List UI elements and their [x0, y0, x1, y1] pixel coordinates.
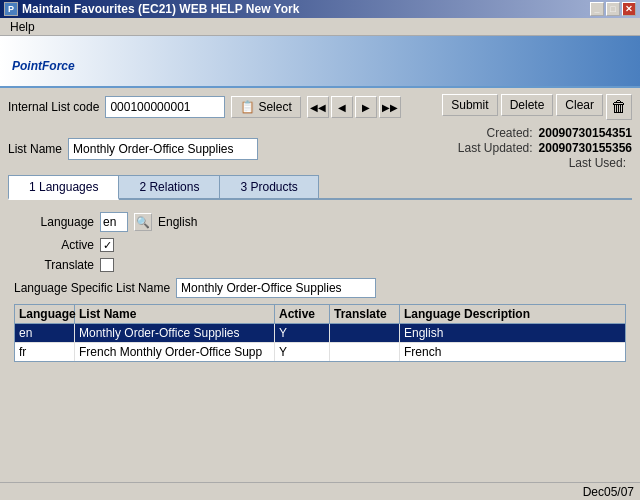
trash-button[interactable]: 🗑	[606, 94, 632, 120]
col-listname-header: List Name	[75, 305, 275, 323]
language-field-label: Language	[14, 215, 94, 229]
created-value: 20090730154351	[539, 126, 632, 140]
table-row[interactable]: en Monthly Order-Office Supplies Y Engli…	[15, 324, 625, 343]
logo: PointForce	[12, 45, 75, 77]
lang-specific-list-name-input[interactable]	[176, 278, 376, 298]
action-buttons: Submit Delete Clear 🗑	[442, 94, 632, 120]
logo-point: Point	[12, 59, 42, 73]
cell-list-name: French Monthly Order-Office Supp	[75, 343, 275, 361]
grid-header: Language List Name Active Translate Lang…	[15, 305, 625, 324]
language-code-input[interactable]	[100, 212, 128, 232]
nav-first-button[interactable]: ◀◀	[307, 96, 329, 118]
language-row: Language 🔍 English	[14, 212, 626, 232]
list-name-label: List Name	[8, 142, 62, 156]
select-label: Select	[258, 100, 291, 114]
title-bar-text: Maintain Favourites (EC21) WEB HELP New …	[22, 2, 299, 16]
cell-description: French	[400, 343, 625, 361]
last-updated-label: Last Updated:	[458, 141, 533, 155]
tab-products[interactable]: 3 Products	[219, 175, 318, 198]
translate-checkbox[interactable]	[100, 258, 114, 272]
languages-tab-content: Language 🔍 English Active Translate Lang…	[8, 208, 632, 366]
nav-next-button[interactable]: ▶	[355, 96, 377, 118]
select-button[interactable]: 📋 Select	[231, 96, 300, 118]
nav-last-button[interactable]: ▶▶	[379, 96, 401, 118]
window-controls: _ □ ✕	[590, 2, 636, 16]
list-name-input[interactable]	[68, 138, 258, 160]
active-row: Active	[14, 238, 626, 252]
last-used-label: Last Used:	[569, 156, 626, 170]
lang-specific-label: Language Specific List Name	[14, 281, 170, 295]
cell-active: Y	[275, 324, 330, 342]
cell-language: fr	[15, 343, 75, 361]
nav-buttons: ◀◀ ◀ ▶ ▶▶	[307, 96, 401, 118]
internal-list-code-input[interactable]	[105, 96, 225, 118]
cell-language: en	[15, 324, 75, 342]
cell-translate	[330, 343, 400, 361]
lang-specific-row: Language Specific List Name	[14, 278, 626, 298]
created-info: Created: 20090730154351 Last Updated: 20…	[458, 126, 632, 171]
created-label: Created:	[487, 126, 533, 140]
main-content: Internal List code 📋 Select ◀◀ ◀ ▶ ▶▶ Su…	[0, 88, 640, 372]
nav-prev-button[interactable]: ◀	[331, 96, 353, 118]
close-button[interactable]: ✕	[622, 2, 636, 16]
app-icon: P	[4, 2, 18, 16]
cell-description: English	[400, 324, 625, 342]
status-bar: Dec05/07	[0, 482, 640, 500]
maximize-button[interactable]: □	[606, 2, 620, 16]
menu-item-help[interactable]: Help	[4, 19, 41, 35]
menu-bar: Help	[0, 18, 640, 36]
last-updated-value: 20090730155356	[539, 141, 632, 155]
toolbar-row: Internal List code 📋 Select ◀◀ ◀ ▶ ▶▶ Su…	[8, 94, 632, 120]
tabs-row: 1 Languages 2 Relations 3 Products	[8, 175, 632, 200]
cell-translate	[330, 324, 400, 342]
clear-button[interactable]: Clear	[556, 94, 603, 116]
active-checkbox[interactable]	[100, 238, 114, 252]
delete-button[interactable]: Delete	[501, 94, 554, 116]
translate-row: Translate	[14, 258, 626, 272]
languages-grid: Language List Name Active Translate Lang…	[14, 304, 626, 362]
cell-list-name: Monthly Order-Office Supplies	[75, 324, 275, 342]
cell-active: Y	[275, 343, 330, 361]
internal-list-code-label: Internal List code	[8, 100, 99, 114]
language-name-text: English	[158, 215, 197, 229]
minimize-button[interactable]: _	[590, 2, 604, 16]
translate-label: Translate	[14, 258, 94, 272]
submit-button[interactable]: Submit	[442, 94, 497, 116]
tab-relations[interactable]: 2 Relations	[118, 175, 220, 198]
logo-bar: PointForce	[0, 36, 640, 88]
col-active-header: Active	[275, 305, 330, 323]
col-language-header: Language	[15, 305, 75, 323]
logo-force: Force	[42, 59, 75, 73]
title-bar: P Maintain Favourites (EC21) WEB HELP Ne…	[0, 0, 640, 18]
info-row: List Name Created: 20090730154351 Last U…	[8, 126, 632, 171]
col-translate-header: Translate	[330, 305, 400, 323]
active-label: Active	[14, 238, 94, 252]
select-icon: 📋	[240, 100, 255, 114]
language-search-icon[interactable]: 🔍	[134, 213, 152, 231]
status-date: Dec05/07	[583, 485, 634, 499]
table-row[interactable]: fr French Monthly Order-Office Supp Y Fr…	[15, 343, 625, 361]
tab-languages[interactable]: 1 Languages	[8, 175, 119, 200]
col-desc-header: Language Description	[400, 305, 625, 323]
